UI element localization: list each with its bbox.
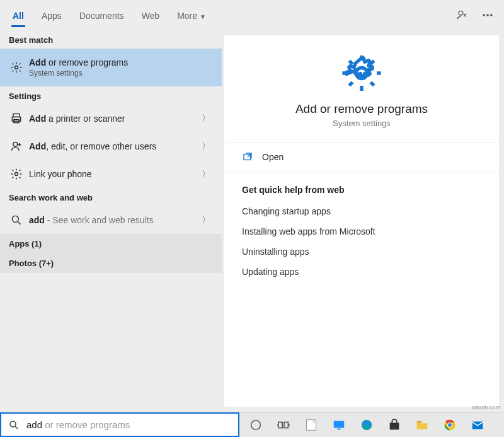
task-view-icon[interactable] xyxy=(271,412,296,438)
section-best-match: Best match xyxy=(0,30,222,49)
svg-point-8 xyxy=(13,142,18,146)
search-filter-tabs: All Apps Documents Web More▼ xyxy=(0,0,504,30)
chevron-right-icon: 〉 xyxy=(202,168,214,180)
taskbar: add or remove programs xyxy=(0,412,504,437)
app-icon-explorer[interactable] xyxy=(410,412,435,438)
svg-rect-16 xyxy=(284,422,288,428)
svg-rect-15 xyxy=(278,422,282,428)
gear-icon xyxy=(341,53,382,93)
open-icon xyxy=(242,151,253,163)
detail-title: Add or remove programs xyxy=(295,102,428,116)
app-icon-libreoffice[interactable] xyxy=(299,412,324,438)
search-icon xyxy=(8,214,25,226)
app-icon-monitor[interactable] xyxy=(326,412,352,438)
app-icon-store[interactable] xyxy=(382,412,407,438)
search-icon xyxy=(1,419,26,431)
chevron-right-icon: 〉 xyxy=(202,113,214,124)
svg-point-2 xyxy=(487,15,488,16)
quick-link-webapps[interactable]: Installing web apps from Microsoft xyxy=(224,221,499,242)
chevron-right-icon: 〉 xyxy=(202,141,214,152)
svg-point-9 xyxy=(15,173,18,176)
open-action[interactable]: Open xyxy=(224,143,499,172)
result-label: Link your phone xyxy=(25,169,202,179)
svg-point-0 xyxy=(459,11,463,15)
svg-rect-5 xyxy=(13,114,20,117)
person-icon xyxy=(8,140,25,153)
category-photos[interactable]: Photos (7+) xyxy=(0,253,222,273)
tab-apps[interactable]: Apps xyxy=(33,3,71,27)
quick-help-header: Get quick help from web xyxy=(224,172,499,201)
tab-all[interactable]: All xyxy=(4,3,33,27)
tab-web[interactable]: Web xyxy=(133,3,169,27)
quick-link-uninstall[interactable]: Uninstalling apps xyxy=(224,242,499,262)
section-settings: Settings xyxy=(0,86,222,105)
result-add-printer[interactable]: Add a printer or scanner 〉 xyxy=(0,105,222,132)
more-options-icon[interactable] xyxy=(475,3,500,28)
result-label: add - See work and web results xyxy=(25,215,202,225)
svg-point-1 xyxy=(483,15,484,16)
detail-subtitle: System settings xyxy=(333,119,391,128)
cortana-icon[interactable] xyxy=(243,412,268,438)
svg-rect-19 xyxy=(337,428,341,429)
taskbar-search-box[interactable]: add or remove programs xyxy=(0,412,239,437)
svg-point-3 xyxy=(491,15,492,16)
result-add-remove-programs[interactable]: Add or remove programs System settings xyxy=(0,49,222,86)
result-detail-pane: Add or remove programs System settings O… xyxy=(222,30,504,412)
search-results-column: Best match Add or remove programs System… xyxy=(0,30,222,412)
category-apps[interactable]: Apps (1) xyxy=(0,234,222,253)
result-label: Add, edit, or remove other users xyxy=(25,141,202,151)
app-icon-edge[interactable] xyxy=(354,412,379,438)
app-icon-mail[interactable] xyxy=(465,412,490,438)
result-web-search[interactable]: add - See work and web results 〉 xyxy=(0,206,222,234)
tab-more[interactable]: More▼ xyxy=(168,3,215,27)
result-label: Add a printer or scanner xyxy=(25,114,202,124)
app-icon-chrome[interactable] xyxy=(437,412,462,438)
gear-icon xyxy=(8,168,25,180)
open-label: Open xyxy=(262,152,284,162)
chevron-down-icon: ▼ xyxy=(200,13,206,20)
svg-point-25 xyxy=(448,423,452,427)
watermark: wsxdn.com xyxy=(472,404,500,411)
result-link-phone[interactable]: Link your phone 〉 xyxy=(0,160,222,188)
svg-point-14 xyxy=(251,420,261,429)
svg-point-4 xyxy=(15,66,18,69)
svg-rect-18 xyxy=(334,421,345,428)
svg-rect-22 xyxy=(417,421,421,422)
result-add-users[interactable]: Add, edit, or remove other users 〉 xyxy=(0,132,222,160)
svg-point-13 xyxy=(10,421,16,427)
svg-point-10 xyxy=(12,216,18,222)
section-search-web: Search work and web xyxy=(0,188,222,206)
feedback-icon[interactable] xyxy=(450,3,475,28)
gear-icon xyxy=(8,61,25,74)
quick-link-updating[interactable]: Updating apps xyxy=(224,262,499,282)
result-label: Add or remove programs System settings xyxy=(25,57,214,78)
search-text: add or remove programs xyxy=(26,419,130,430)
svg-rect-21 xyxy=(390,422,399,429)
printer-icon xyxy=(8,112,25,125)
tab-documents[interactable]: Documents xyxy=(71,3,133,27)
quick-link-startup[interactable]: Changing startup apps xyxy=(224,201,499,221)
chevron-right-icon: 〉 xyxy=(202,214,214,226)
